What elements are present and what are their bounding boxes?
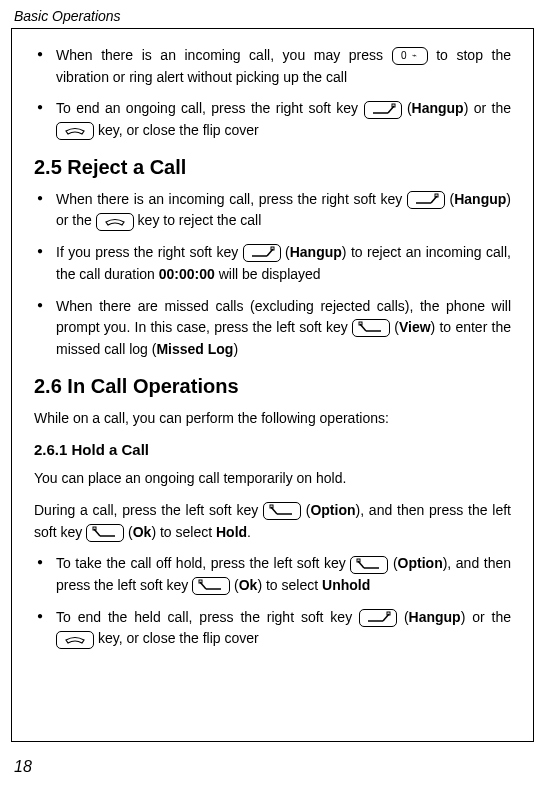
svg-line-24 <box>200 582 206 589</box>
zero-key-icon: 0⌁ <box>392 47 428 65</box>
right-softkey-icon <box>359 609 397 627</box>
text: ( <box>388 555 397 571</box>
page-number: 18 <box>14 758 32 776</box>
end-key-icon <box>56 122 94 140</box>
left-softkey-icon <box>86 524 124 542</box>
text: key, or close the flip cover <box>94 630 259 646</box>
right-softkey-icon <box>243 244 281 262</box>
reject-bullets: When there is an incoming call, press th… <box>34 189 511 361</box>
heading-reject-call: 2.5 Reject a Call <box>34 156 511 179</box>
text: will be displayed <box>215 266 321 282</box>
text: ( <box>230 577 239 593</box>
svg-line-12 <box>360 324 366 331</box>
end-key-icon <box>96 213 134 231</box>
text: ( <box>301 502 310 518</box>
text: To end the held call, press the right so… <box>56 609 359 625</box>
left-softkey-icon <box>192 577 230 595</box>
incall-intro: While on a call, you can perform the fol… <box>34 408 511 430</box>
svg-rect-28 <box>387 612 390 615</box>
text: When there is an incoming call, you may … <box>56 47 392 63</box>
text: key to reject the call <box>134 212 262 228</box>
text: To end an ongoing call, press the right … <box>56 100 364 116</box>
ok-label: Ok <box>133 524 152 540</box>
bullet-stop-vibration: When there is an incoming call, you may … <box>34 45 511 88</box>
left-softkey-icon <box>352 319 390 337</box>
option-label: Option <box>310 502 355 518</box>
ok-label: Ok <box>239 577 258 593</box>
view-label: View <box>399 319 431 335</box>
text: key, or close the flip cover <box>94 122 259 138</box>
svg-rect-10 <box>271 247 274 250</box>
hangup-label: Hangup <box>290 244 342 260</box>
svg-rect-4 <box>392 104 395 107</box>
hangup-label: Hangup <box>412 100 464 116</box>
left-softkey-icon <box>263 502 301 520</box>
svg-line-21 <box>358 561 364 568</box>
text: ( <box>390 319 399 335</box>
text: ( <box>402 100 412 116</box>
unhold-label: Unhold <box>322 577 370 593</box>
bullet-unhold: To take the call off hold, press the lef… <box>34 553 511 596</box>
option-label: Option <box>398 555 443 571</box>
text: ( <box>281 244 290 260</box>
text: To take the call off hold, press the lef… <box>56 555 350 571</box>
page-header: Basic Operations <box>14 8 121 24</box>
text: During a call, press the left soft key <box>34 502 263 518</box>
text: ( <box>397 609 409 625</box>
text: ) to select <box>151 524 216 540</box>
text: ) to select <box>257 577 322 593</box>
svg-text:0: 0 <box>401 50 407 61</box>
hold-instructions: During a call, press the left soft key (… <box>34 500 511 543</box>
bullet-end-call: To end an ongoing call, press the right … <box>34 98 511 141</box>
heading-incall-ops: 2.6 In Call Operations <box>34 375 511 398</box>
text: ) or the <box>464 100 511 116</box>
text: ) <box>233 341 238 357</box>
right-softkey-icon <box>407 191 445 209</box>
text: ) or the <box>461 609 511 625</box>
heading-hold-call: 2.6.1 Hold a Call <box>34 441 511 458</box>
bullet-missed-calls: When there are missed calls (excluding r… <box>34 296 511 361</box>
svg-text:⌁: ⌁ <box>412 51 417 60</box>
intro-bullets: When there is an incoming call, you may … <box>34 45 511 142</box>
text: When there is an incoming call, press th… <box>56 191 407 207</box>
svg-line-18 <box>94 529 100 536</box>
hangup-label: Hangup <box>409 609 461 625</box>
text: ( <box>445 191 454 207</box>
missed-log-label: Missed Log <box>156 341 233 357</box>
page-content: When there is an incoming call, you may … <box>11 28 534 742</box>
hold-intro: You can place an ongoing call temporaril… <box>34 468 511 490</box>
hangup-label: Hangup <box>454 191 506 207</box>
text: If you press the right soft key <box>56 244 243 260</box>
left-softkey-icon <box>350 556 388 574</box>
hold-bullets: To take the call off hold, press the lef… <box>34 553 511 650</box>
svg-rect-7 <box>435 194 438 197</box>
end-key-icon <box>56 631 94 649</box>
bullet-end-held: To end the held call, press the right so… <box>34 607 511 650</box>
text: . <box>247 524 251 540</box>
svg-line-15 <box>271 507 277 514</box>
bullet-reject-incoming: When there is an incoming call, press th… <box>34 189 511 232</box>
duration-label: 00:00:00 <box>159 266 215 282</box>
bullet-reject-duration: If you press the right soft key (Hangup)… <box>34 242 511 285</box>
hold-label: Hold <box>216 524 247 540</box>
right-softkey-icon <box>364 101 402 119</box>
text: ( <box>124 524 133 540</box>
